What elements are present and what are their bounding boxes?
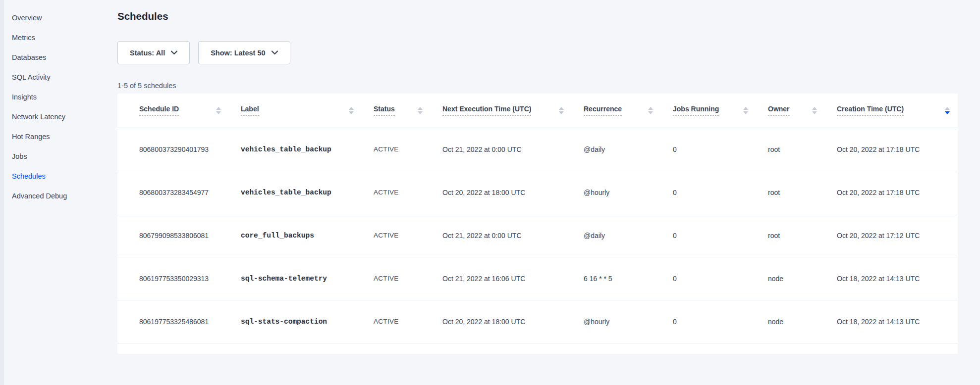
schedule-id-cell: 806197753325486081 <box>117 300 229 343</box>
recurrence-cell: @daily <box>572 128 661 171</box>
recurrence-cell: @daily <box>572 214 661 257</box>
column-header-creation-time[interactable]: Creation Time (UTC) <box>825 94 958 128</box>
sort-icon <box>559 107 564 114</box>
column-header-jobs-running[interactable]: Jobs Running <box>661 94 756 128</box>
filter-bar: Status: All Show: Latest 50 <box>117 41 980 64</box>
label-cell: sql-stats-compaction <box>229 300 362 343</box>
window-edge <box>0 0 4 385</box>
status-cell: ACTIVE <box>362 257 431 300</box>
label-cell: sql-schema-telemetry <box>229 257 362 300</box>
column-label: Next Execution Time (UTC) <box>442 105 531 116</box>
label-cell: vehicles_table_backup <box>229 171 362 214</box>
recurrence-cell: @hourly <box>572 171 661 214</box>
status-filter-dropdown[interactable]: Status: All <box>117 41 190 64</box>
creation-time-cell: Oct 18, 2022 at 14:13 UTC <box>825 257 958 300</box>
column-header-status[interactable]: Status <box>362 94 431 128</box>
next-execution-cell: Oct 21, 2022 at 0:00 UTC <box>431 214 572 257</box>
sort-icon <box>648 107 653 114</box>
column-header-next-execution-time[interactable]: Next Execution Time (UTC) <box>431 94 572 128</box>
sidebar-item-advanced-debug[interactable]: Advanced Debug <box>4 186 117 206</box>
schedule-id-cell: 806800373283454977 <box>117 171 229 214</box>
next-execution-cell: Oct 21, 2022 at 16:06 UTC <box>431 257 572 300</box>
schedule-id-cell: 806197753350029313 <box>117 257 229 300</box>
column-label: Creation Time (UTC) <box>837 105 904 116</box>
chevron-down-icon <box>272 50 278 55</box>
results-count: 1-5 of 5 schedules <box>117 82 980 90</box>
label-cell: core_full_backups <box>229 214 362 257</box>
sort-icon <box>216 107 221 114</box>
schedules-table-card: Schedule ID Label Status <box>117 94 958 354</box>
sidebar-item-insights[interactable]: Insights <box>4 87 117 107</box>
chevron-down-icon <box>171 50 177 55</box>
owner-cell: root <box>756 171 825 214</box>
column-header-owner[interactable]: Owner <box>756 94 825 128</box>
label-cell: vehicles_table_backup <box>229 128 362 171</box>
next-execution-cell: Oct 21, 2022 at 0:00 UTC <box>431 128 572 171</box>
jobs-running-cell: 0 <box>661 300 756 343</box>
creation-time-cell: Oct 18, 2022 at 14:13 UTC <box>825 300 958 343</box>
sidebar-item-metrics[interactable]: Metrics <box>4 28 117 48</box>
sort-icon <box>812 107 817 114</box>
creation-time-cell: Oct 20, 2022 at 17:18 UTC <box>825 171 958 214</box>
column-label: Owner <box>768 105 790 116</box>
status-cell: ACTIVE <box>362 171 431 214</box>
schedule-id-cell: 806800373290401793 <box>117 128 229 171</box>
show-latest-label: Show: Latest 50 <box>211 49 265 57</box>
column-header-schedule-id[interactable]: Schedule ID <box>117 94 229 128</box>
next-execution-cell: Oct 20, 2022 at 18:00 UTC <box>431 171 572 214</box>
sidebar-item-schedules[interactable]: Schedules <box>4 166 117 186</box>
schedules-table: Schedule ID Label Status <box>117 94 958 343</box>
owner-cell: root <box>756 214 825 257</box>
jobs-running-cell: 0 <box>661 214 756 257</box>
column-header-label[interactable]: Label <box>229 94 362 128</box>
sort-icon <box>418 107 423 114</box>
table-row: 806800373283454977 vehicles_table_backup… <box>117 171 958 214</box>
status-cell: ACTIVE <box>362 300 431 343</box>
sidebar-item-overview[interactable]: Overview <box>4 8 117 28</box>
table-row: 806800373290401793 vehicles_table_backup… <box>117 128 958 171</box>
owner-cell: node <box>756 300 825 343</box>
table-row: 806799098533806081 core_full_backups ACT… <box>117 214 958 257</box>
sort-icon-active-desc <box>945 107 950 114</box>
sidebar-item-network-latency[interactable]: Network Latency <box>4 107 117 127</box>
column-label: Schedule ID <box>139 105 179 116</box>
show-latest-dropdown[interactable]: Show: Latest 50 <box>198 41 290 64</box>
creation-time-cell: Oct 20, 2022 at 17:18 UTC <box>825 128 958 171</box>
column-label: Recurrence <box>584 105 622 116</box>
sidebar-item-databases[interactable]: Databases <box>4 48 117 67</box>
status-cell: ACTIVE <box>362 128 431 171</box>
recurrence-cell: 6 16 * * 5 <box>572 257 661 300</box>
sidebar-item-jobs[interactable]: Jobs <box>4 146 117 166</box>
next-execution-cell: Oct 20, 2022 at 18:00 UTC <box>431 300 572 343</box>
status-cell: ACTIVE <box>362 214 431 257</box>
column-label: Label <box>241 105 259 116</box>
creation-time-cell: Oct 20, 2022 at 17:12 UTC <box>825 214 958 257</box>
table-row: 806197753350029313 sql-schema-telemetry … <box>117 257 958 300</box>
sort-icon <box>349 107 354 114</box>
jobs-running-cell: 0 <box>661 171 756 214</box>
sidebar-item-sql-activity[interactable]: SQL Activity <box>4 67 117 87</box>
recurrence-cell: @hourly <box>572 300 661 343</box>
page-title: Schedules <box>117 10 980 23</box>
column-header-recurrence[interactable]: Recurrence <box>572 94 661 128</box>
main-content: Schedules Status: All Show: Latest 50 1-… <box>117 0 980 385</box>
sort-icon <box>743 107 748 114</box>
status-filter-label: Status: All <box>130 49 165 57</box>
owner-cell: root <box>756 128 825 171</box>
table-header-row: Schedule ID Label Status <box>117 94 958 128</box>
schedule-id-cell: 806799098533806081 <box>117 214 229 257</box>
column-label: Jobs Running <box>673 105 719 116</box>
jobs-running-cell: 0 <box>661 128 756 171</box>
jobs-running-cell: 0 <box>661 257 756 300</box>
column-label: Status <box>374 105 395 116</box>
sidebar-item-hot-ranges[interactable]: Hot Ranges <box>4 127 117 146</box>
table-row: 806197753325486081 sql-stats-compaction … <box>117 300 958 343</box>
owner-cell: node <box>756 257 825 300</box>
sidebar: Overview Metrics Databases SQL Activity … <box>4 0 117 385</box>
